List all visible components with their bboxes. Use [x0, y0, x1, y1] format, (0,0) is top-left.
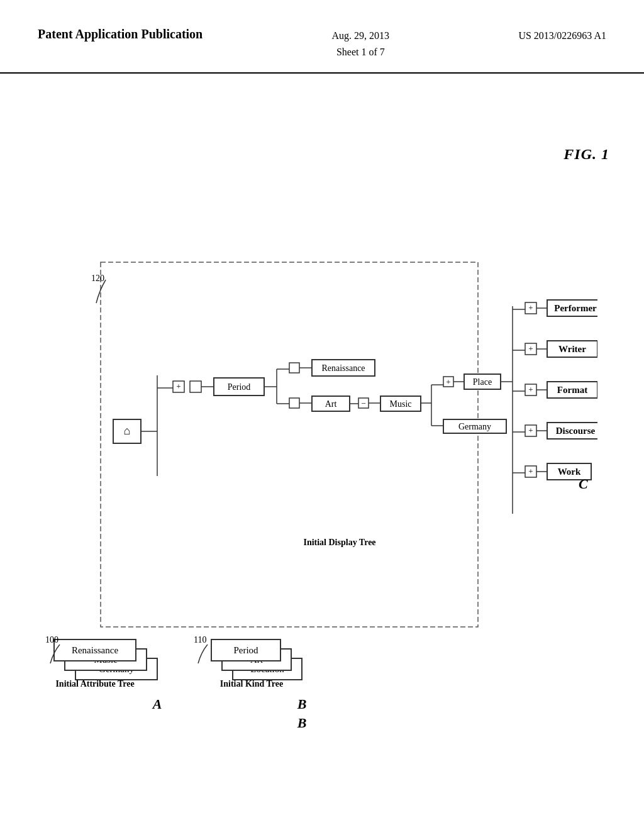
- svg-text:−: −: [361, 399, 365, 408]
- svg-text:B: B: [297, 696, 307, 712]
- svg-text:+: +: [528, 426, 533, 435]
- svg-text:+: +: [528, 385, 533, 394]
- svg-text:⌂: ⌂: [124, 424, 131, 437]
- svg-text:Period: Period: [233, 645, 258, 655]
- svg-text:+: +: [176, 382, 180, 391]
- svg-text:+: +: [528, 344, 533, 353]
- svg-text:Germany: Germany: [458, 422, 491, 431]
- svg-rect-34: [289, 363, 299, 373]
- svg-text:Renaissance: Renaissance: [321, 363, 365, 373]
- svg-text:+: +: [528, 467, 533, 476]
- page-header: Patent Application Publication Aug. 29, …: [0, 0, 644, 74]
- svg-text:Initial Kind Tree: Initial Kind Tree: [220, 679, 283, 689]
- svg-text:Renaissance: Renaissance: [72, 645, 118, 655]
- header-right: US 2013/0226963 A1: [518, 25, 606, 44]
- svg-rect-27: [190, 381, 201, 392]
- svg-text:B: B: [297, 715, 307, 731]
- svg-text:Art: Art: [325, 399, 337, 409]
- svg-text:Music: Music: [390, 399, 412, 409]
- svg-text:+: +: [528, 303, 533, 313]
- svg-text:A: A: [152, 696, 162, 712]
- header-center: Aug. 29, 2013 Sheet 1 of 7: [332, 25, 390, 60]
- svg-text:+: +: [446, 377, 450, 387]
- svg-text:120: 120: [91, 274, 104, 283]
- svg-text:100: 100: [45, 635, 58, 645]
- page-content: FIG. 1 Germany Music Renaissance Initial…: [0, 74, 644, 830]
- header-date: Aug. 29, 2013: [332, 28, 390, 44]
- publication-title: Patent Application Publication: [38, 27, 203, 41]
- header-patent-number: US 2013/0226963 A1: [518, 28, 606, 44]
- svg-text:Work: Work: [558, 467, 581, 477]
- svg-text:Writer: Writer: [558, 344, 586, 354]
- svg-text:Discourse: Discourse: [556, 426, 596, 436]
- svg-text:Performer: Performer: [554, 303, 597, 313]
- svg-text:Initial Display Tree: Initial Display Tree: [303, 538, 375, 547]
- svg-text:Period: Period: [228, 382, 251, 392]
- header-sheet: Sheet 1 of 7: [332, 44, 390, 60]
- svg-text:Place: Place: [473, 377, 492, 387]
- svg-text:Format: Format: [557, 385, 587, 395]
- header-left: Patent Application Publication: [38, 25, 203, 43]
- svg-text:C: C: [579, 476, 588, 492]
- svg-text:Initial Attribute Tree: Initial Attribute Tree: [55, 679, 134, 689]
- svg-rect-39: [289, 398, 299, 408]
- svg-text:110: 110: [194, 635, 206, 645]
- figure-diagram: Germany Music Renaissance Initial Attrib…: [31, 136, 597, 828]
